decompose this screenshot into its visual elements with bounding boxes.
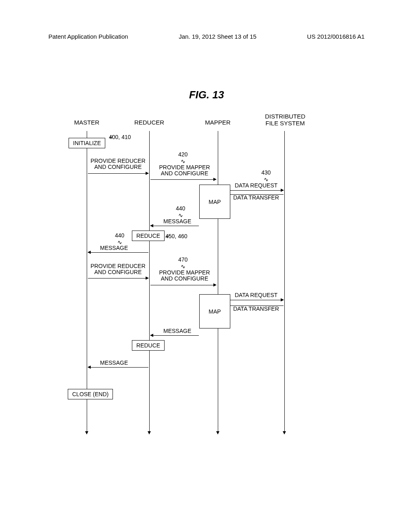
box-reduce-1: REDUCE [132,231,165,241]
ref-420: 420 [178,151,188,158]
lifeline-dfs [284,131,285,431]
lifeline-header-reducer: REDUCER [133,119,165,126]
ref-440b: 440 [115,232,124,239]
lifeline-header-dfs: DISTRIBUTED FILE SYSTEM [263,113,307,127]
msg-message-m2: MESSAGE [100,360,128,366]
lifeline-master [87,131,87,431]
lifeline-header-mapper: MAPPER [202,119,234,126]
msg-message-r1: MESSAGE [163,218,191,224]
box-close: CLOSE (END) [68,389,113,399]
squiggle-440a-icon: ∿ [178,212,183,218]
msg-data-transfer-1: DATA TRANSFER [230,195,282,201]
ref-430: 430 [261,169,271,176]
arrow-prov-reducer-1 [88,173,148,174]
lifeline-header-master: MASTER [71,119,103,126]
lifeline-reducer [149,131,150,431]
lifeline-mapper [218,131,218,431]
arrow-message-m2 [88,367,148,368]
header-right: US 2012/0016816 A1 [307,33,365,40]
box-map-2: MAP [199,294,230,328]
squiggle-icon: ⤶ [109,134,114,140]
squiggle-470-icon: ∿ [181,263,186,270]
arrow-data-request-2 [227,300,284,300]
squiggle-430-icon: ∿ [264,176,269,183]
squiggle-420-icon: ∿ [181,158,186,164]
header-left: Patent Application Publication [48,33,128,40]
arrow-prov-mapper-1 [150,179,216,180]
arrow-prov-reducer-2 [88,278,148,278]
arrow-data-transfer-1 [227,194,284,195]
ref-440a: 440 [176,205,185,212]
squiggle-450-icon: ⤶ [165,233,170,239]
squiggle-440b-icon: ∿ [117,239,122,245]
msg-message-m1: MESSAGE [100,245,128,251]
arrow-data-transfer-2 [227,305,284,306]
figure-title: FIG. 13 [0,89,413,101]
msg-prov-mapper-1: PROVIDE MAPPER AND CONFIGURE [153,164,216,177]
ref-470: 470 [178,256,188,263]
msg-data-transfer-2: DATA TRANSFER [230,306,282,312]
box-initialize: INITIALIZE [69,138,105,148]
msg-prov-reducer-1: PROVIDE REDUCER AND CONFIGURE [89,158,147,170]
box-map-1: MAP [199,185,230,219]
ref-450: ⤶ 450, 460 [165,233,188,239]
ref-400: ⤶ 400, 410 [109,134,131,140]
box-reduce-2: REDUCE [132,340,165,351]
page-header: Patent Application Publication Jan. 19, … [0,33,413,40]
arrow-message-r2 [150,335,199,336]
arrow-message-r1 [150,226,199,226]
arrow-data-request-1 [227,190,284,191]
arrow-prov-mapper-2 [150,285,216,285]
msg-prov-mapper-2: PROVIDE MAPPER AND CONFIGURE [153,270,216,282]
msg-data-request-2: DATA REQUEST [230,292,282,298]
sequence-diagram: MASTER REDUCER MAPPER DISTRIBUTED FILE S… [0,113,413,443]
msg-message-r2: MESSAGE [163,328,191,334]
arrow-message-m1 [88,252,148,253]
header-center: Jan. 19, 2012 Sheet 13 of 15 [179,33,257,40]
msg-prov-reducer-2: PROVIDE REDUCER AND CONFIGURE [89,263,147,276]
msg-data-request-1: DATA REQUEST [230,183,282,189]
